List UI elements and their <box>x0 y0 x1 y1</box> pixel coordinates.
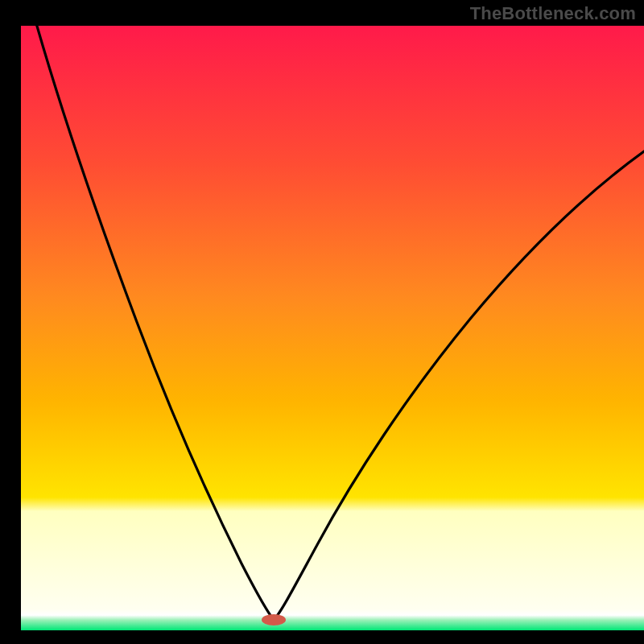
plot-background <box>21 26 644 630</box>
left-frame <box>0 0 21 644</box>
bottleneck-chart <box>0 0 644 644</box>
bottom-frame <box>0 630 644 644</box>
watermark-text: TheBottleneck.com <box>470 3 636 24</box>
optimum-marker <box>262 614 286 625</box>
chart-stage: { "watermark": "TheBottleneck.com", "col… <box>0 0 644 644</box>
